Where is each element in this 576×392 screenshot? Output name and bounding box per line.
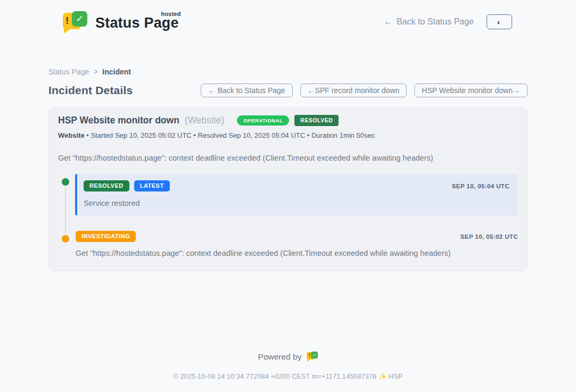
incident-meta: Website • Started Sep 10, 2025 05:02 UTC… — [58, 131, 518, 139]
timeline-timestamp: SEP 10, 05:04 UTC — [452, 183, 509, 189]
timeline-message: Get "https://hostedstatus.page": context… — [76, 249, 518, 257]
half-circle-icon: ◐ — [497, 18, 501, 26]
next-incident-button[interactable]: HSP Website monitor down→ — [414, 84, 528, 97]
brand-logo-link[interactable]: ! ✓ Status Page hosted — [63, 10, 179, 34]
timeline-investigating-badge: INVESTIGATING — [76, 231, 136, 242]
timeline-timestamp: SEP 10, 05:02 UTC — [460, 233, 518, 240]
site-footer: Powered by ! ✓ © 2025-10-08 14:10:34.772… — [0, 351, 576, 392]
incident-meta-details: • Started Sep 10, 2025 05:02 UTC • Resol… — [86, 131, 375, 139]
timeline-dot-investigating — [62, 235, 69, 243]
breadcrumb: Status Page > Incident — [48, 68, 528, 76]
main-content: Status Page > Incident Incident Details … — [48, 40, 528, 351]
incident-timeline: RESOLVED LATEST SEP 10, 05:04 UTC Servic… — [58, 174, 518, 257]
timeline-dot-resolved — [62, 178, 69, 186]
brand-wordmark: Status Page hosted — [95, 15, 179, 34]
incident-component: (Website) — [185, 115, 225, 126]
resolved-badge: RESOLVED — [294, 115, 339, 126]
header-back-link-label: Back to Status Page — [397, 17, 474, 27]
header-actions: ← Back to Status Page ◐ — [384, 14, 512, 29]
powered-by-link[interactable]: Powered by ! ✓ — [258, 351, 318, 362]
timeline-entry-badges: RESOLVED LATEST — [84, 180, 170, 191]
page-title: Incident Details — [48, 84, 133, 97]
timeline-message: Service restored — [84, 199, 509, 207]
timeline-entry-badges: INVESTIGATING — [76, 231, 136, 242]
timeline-resolved-badge: RESOLVED — [84, 180, 129, 191]
breadcrumb-separator: > — [94, 68, 97, 76]
brand-superscript: hosted — [161, 11, 181, 17]
title-row: Incident Details ← Back to Status Page ←… — [48, 84, 528, 97]
powered-by-label: Powered by — [258, 352, 302, 362]
incident-meta-component: Website — [58, 131, 85, 139]
check-icon: ✓ — [72, 11, 87, 27]
incident-title: HSP Website monitor down — [58, 115, 179, 126]
header-back-to-status-link[interactable]: ← Back to Status Page — [384, 17, 474, 27]
timeline-latest-badge: LATEST — [134, 180, 170, 191]
back-to-status-page-button[interactable]: ← Back to Status Page — [201, 84, 293, 97]
timeline-item: INVESTIGATING SEP 10, 05:02 UTC Get "htt… — [62, 231, 518, 257]
timeline-entry-header: INVESTIGATING SEP 10, 05:02 UTC — [76, 231, 518, 242]
incident-title-row: HSP Website monitor down (Website) OPERA… — [58, 115, 518, 126]
left-arrow-icon: ← — [384, 17, 392, 27]
site-header: ! ✓ Status Page hosted ← Back to Status … — [0, 0, 576, 40]
mini-exclamation-icon: ! — [308, 353, 310, 358]
status-page-mini-logo-icon: ! ✓ — [307, 351, 318, 362]
previous-incident-button[interactable]: ←SPF record monitor down — [300, 84, 407, 97]
breadcrumb-status-page[interactable]: Status Page — [48, 68, 89, 76]
timeline-entry-investigating: INVESTIGATING SEP 10, 05:02 UTC Get "htt… — [75, 231, 518, 257]
timeline-item: RESOLVED LATEST SEP 10, 05:04 UTC Servic… — [62, 174, 518, 215]
operational-badge: OPERATIONAL — [237, 115, 289, 126]
status-page-logo-icon: ! ✓ — [63, 10, 88, 34]
timeline-entry-resolved: RESOLVED LATEST SEP 10, 05:04 UTC Servic… — [75, 174, 518, 215]
exclamation-icon: ! — [65, 15, 69, 27]
theme-toggle-button[interactable]: ◐ — [487, 14, 512, 29]
incident-card: HSP Website monitor down (Website) OPERA… — [48, 107, 528, 271]
timeline-entry-header: RESOLVED LATEST SEP 10, 05:04 UTC — [84, 180, 509, 191]
mini-check-icon: ✓ — [311, 352, 318, 358]
breadcrumb-incident: Incident — [102, 68, 131, 76]
copyright-text: © 2025-10-08 14:10:34.772084 +0200 CEST … — [0, 372, 576, 380]
incident-nav-buttons: ← Back to Status Page ←SPF record monito… — [201, 84, 528, 97]
brand-name: Status Page — [95, 15, 179, 31]
incident-description: Get "https://hostedstatus.page": context… — [58, 154, 518, 162]
